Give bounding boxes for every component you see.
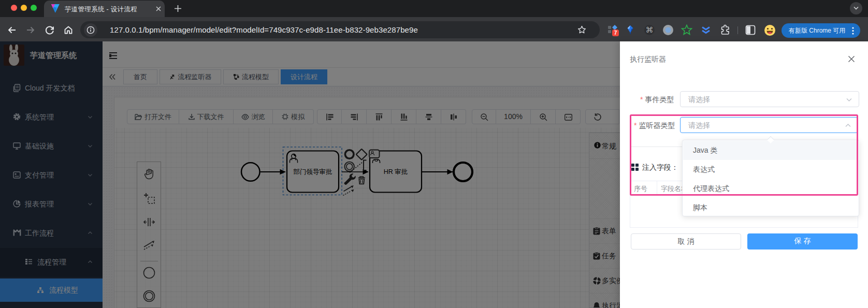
svg-text:7: 7 xyxy=(614,30,617,36)
svg-text:⌘: ⌘ xyxy=(646,25,654,34)
